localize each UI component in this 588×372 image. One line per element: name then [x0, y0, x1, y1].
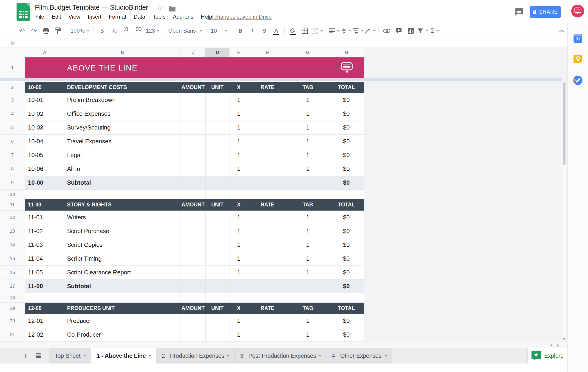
cell-F7[interactable] — [248, 148, 287, 162]
row-header-14[interactable]: 14 — [0, 238, 25, 252]
font-select[interactable]: Open Sans — [167, 25, 203, 36]
row-header-12[interactable]: 12 — [0, 211, 25, 224]
cell-G12[interactable]: 1 — [287, 211, 329, 224]
cell-E14[interactable]: 1 — [230, 238, 248, 252]
cell-H15[interactable]: $0 — [329, 252, 364, 266]
column-header-H[interactable]: H — [329, 48, 364, 57]
cell-A7[interactable]: 10-05 — [25, 148, 64, 162]
cell-H2[interactable]: TOTAL — [329, 82, 364, 93]
cell-C2[interactable]: AMOUNT — [181, 82, 206, 93]
cell-D5[interactable] — [206, 121, 230, 134]
cell-D16[interactable] — [206, 266, 230, 279]
row-header-10[interactable]: 10 — [0, 190, 25, 199]
all-sheets-button[interactable] — [32, 348, 45, 363]
cell-C6[interactable] — [181, 134, 206, 148]
more-formats-button[interactable]: 123 — [144, 25, 161, 36]
cell-G3[interactable]: 1 — [287, 93, 329, 107]
cell-C9[interactable] — [181, 176, 206, 190]
cell-C3[interactable] — [181, 93, 206, 107]
cell-E6[interactable]: 1 — [230, 134, 248, 148]
cell-H17[interactable]: $0 — [329, 279, 364, 293]
cell-F16[interactable] — [248, 266, 287, 279]
cell-G5[interactable]: 1 — [287, 121, 329, 134]
cell-C16[interactable] — [181, 266, 206, 279]
cell-A14[interactable]: 11-03 — [25, 238, 64, 252]
row-header-3[interactable]: 3 — [0, 93, 25, 107]
sheet-tab-3-post-production-expenses[interactable]: 3 - Post-Production Expenses — [234, 348, 326, 363]
row-header-17[interactable]: 17 — [0, 279, 25, 293]
cell-B10[interactable] — [64, 190, 181, 199]
cell-E9[interactable] — [230, 176, 248, 190]
insert-chart-button[interactable] — [405, 25, 416, 36]
cell-G19[interactable]: TAB — [287, 303, 329, 314]
cell-E16[interactable]: 1 — [230, 266, 248, 279]
merge-cells-button[interactable] — [311, 25, 323, 36]
cell-H11[interactable]: TOTAL — [329, 199, 364, 211]
select-all-corner[interactable] — [0, 48, 25, 57]
cell-D8[interactable] — [206, 162, 230, 176]
cell-G7[interactable]: 1 — [287, 148, 329, 162]
account-avatar[interactable] — [571, 5, 584, 17]
cell-A11[interactable]: 11-00 — [25, 199, 64, 211]
sheet-tab-2-production-expenses[interactable]: 2 - Production Expenses — [156, 348, 234, 363]
text-color-button[interactable]: A — [271, 25, 282, 36]
google-sheets-logo-icon[interactable] — [17, 3, 30, 21]
cell-B9[interactable]: Subtotal — [64, 176, 181, 190]
scroll-down-arrow-icon[interactable] — [563, 338, 566, 340]
cell-C15[interactable] — [181, 252, 206, 266]
cell-E3[interactable]: 1 — [230, 93, 248, 107]
column-header-G[interactable]: G — [287, 48, 329, 57]
cell-B8[interactable]: All in — [64, 162, 181, 176]
cell-A21[interactable]: 12-02 — [25, 328, 64, 342]
cell-H8[interactable]: $0 — [329, 162, 364, 176]
cell-B18[interactable] — [64, 293, 181, 303]
cell-D10[interactable] — [206, 190, 230, 199]
row-header-5[interactable]: 5 — [0, 121, 25, 134]
scroll-right-arrow-icon[interactable] — [557, 344, 559, 347]
cell-E5[interactable]: 1 — [230, 121, 248, 134]
cell-C17[interactable] — [181, 279, 206, 293]
cell-A15[interactable]: 11-04 — [25, 252, 64, 266]
cell-C10[interactable] — [181, 190, 206, 199]
borders-button[interactable] — [299, 25, 310, 36]
collapse-toolbar-button[interactable] — [557, 27, 566, 35]
cell-B7[interactable]: Legal — [64, 148, 181, 162]
row-header-15[interactable]: 15 — [0, 252, 25, 266]
cell-D9[interactable] — [206, 176, 230, 190]
horizontal-align-button[interactable] — [329, 25, 340, 36]
menu-add-ons[interactable]: Add-ons — [172, 13, 194, 21]
cell-H14[interactable]: $0 — [329, 238, 364, 252]
cell-C20[interactable] — [181, 314, 206, 328]
cell-C5[interactable] — [181, 121, 206, 134]
text-wrap-button[interactable] — [353, 25, 364, 36]
cell-F9[interactable] — [248, 176, 287, 190]
sheet-tab-4-other-expenses[interactable]: 4 - Other Expenses — [326, 348, 392, 363]
cell-C11[interactable]: AMOUNT — [181, 199, 206, 211]
frozen-row-divider[interactable] — [0, 78, 562, 81]
insert-link-button[interactable] — [381, 25, 392, 36]
tasks-icon[interactable] — [573, 76, 582, 85]
cell-D7[interactable] — [206, 148, 230, 162]
cell-F13[interactable] — [248, 224, 287, 238]
menu-format[interactable]: Format — [108, 13, 127, 21]
cell-G11[interactable]: TAB — [287, 199, 329, 211]
font-size-select[interactable]: 10 — [209, 25, 229, 36]
comment-history-icon[interactable] — [514, 8, 524, 16]
cell-H9[interactable]: $0 — [329, 176, 364, 190]
cell-D13[interactable] — [206, 224, 230, 238]
insert-comment-button[interactable] — [393, 25, 404, 36]
cell-E19[interactable]: X — [230, 303, 248, 314]
cell-F5[interactable] — [248, 121, 287, 134]
cell-H4[interactable]: $0 — [329, 107, 364, 121]
menu-insert[interactable]: Insert — [87, 13, 103, 21]
strikethrough-button[interactable]: S — [259, 25, 270, 36]
cell-B16[interactable]: Script Clearance Report — [64, 266, 181, 279]
column-header-F[interactable]: F — [248, 48, 287, 57]
cell-B17[interactable]: Subtotal — [64, 279, 181, 293]
row-header-19[interactable]: 19 — [0, 303, 25, 314]
cell-E20[interactable]: 1 — [230, 314, 248, 328]
document-title[interactable]: FIlm Budget Template — StudioBinder — [35, 4, 148, 11]
cell-B13[interactable]: Script Purchase — [64, 224, 181, 238]
row-header-20[interactable]: 20 — [0, 314, 25, 328]
cell-A3[interactable]: 10-01 — [25, 93, 64, 107]
